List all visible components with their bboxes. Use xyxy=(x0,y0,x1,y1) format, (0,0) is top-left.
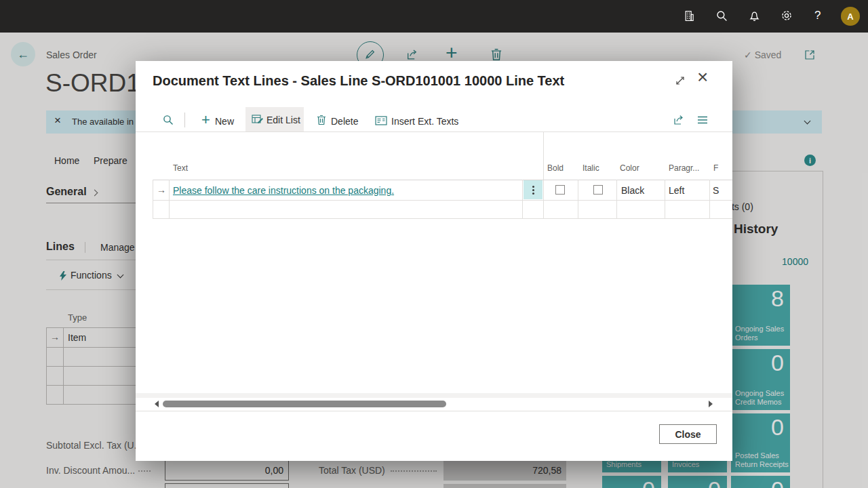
col-header-italic[interactable]: Italic xyxy=(583,163,599,173)
col-header-color[interactable]: Color xyxy=(620,163,639,173)
help-icon[interactable]: ? xyxy=(814,9,821,22)
close-icon[interactable]: × xyxy=(697,66,708,88)
font-cell[interactable]: S xyxy=(713,185,719,196)
plus-icon: + xyxy=(201,111,210,129)
col-header-text[interactable]: Text xyxy=(173,163,188,173)
search-icon[interactable] xyxy=(163,115,174,125)
col-header-bold[interactable]: Bold xyxy=(547,163,564,173)
paragraph-cell[interactable]: Left xyxy=(669,185,684,196)
expand-icon[interactable] xyxy=(674,75,686,87)
list-view-icon[interactable] xyxy=(697,116,708,124)
italic-checkbox[interactable] xyxy=(593,185,603,195)
settings-gear-icon[interactable] xyxy=(781,9,793,22)
avatar[interactable]: A xyxy=(841,7,860,26)
col-header-paragraph[interactable]: Paragr... xyxy=(669,163,699,173)
edit-list-button[interactable]: Edit List xyxy=(245,107,304,131)
trash-icon xyxy=(317,115,326,125)
topbar: ? A xyxy=(0,0,868,33)
bold-checkbox[interactable] xyxy=(555,185,565,195)
row-indicator-arrow-icon: → xyxy=(157,184,166,195)
company-building-icon[interactable] xyxy=(684,10,696,22)
close-button[interactable]: Close xyxy=(659,424,717,444)
app-root: ← Sales Order S-ORD101001 + ✓ Saved × Th… xyxy=(0,0,868,488)
vertical-ellipsis-icon xyxy=(532,189,534,191)
col-header-font[interactable]: F xyxy=(713,163,718,173)
edit-list-icon xyxy=(252,114,264,125)
color-cell[interactable]: Black xyxy=(621,185,644,196)
horizontal-scrollbar-thumb[interactable] xyxy=(163,401,446,407)
insert-ext-texts-icon xyxy=(375,116,387,125)
share-icon[interactable] xyxy=(673,114,685,126)
text-line-link[interactable]: Please follow the care instructions on t… xyxy=(173,185,394,196)
dialog-title: Document Text Lines - Sales Line S-ORD10… xyxy=(153,73,564,89)
scroll-right-arrow[interactable] xyxy=(709,401,713,407)
document-text-lines-dialog: Document Text Lines - Sales Line S-ORD10… xyxy=(136,61,732,461)
scroll-left-arrow[interactable] xyxy=(155,401,159,407)
notifications-bell-icon[interactable] xyxy=(749,10,761,22)
row-ellipsis-button[interactable] xyxy=(524,180,542,199)
search-icon[interactable] xyxy=(716,10,728,22)
